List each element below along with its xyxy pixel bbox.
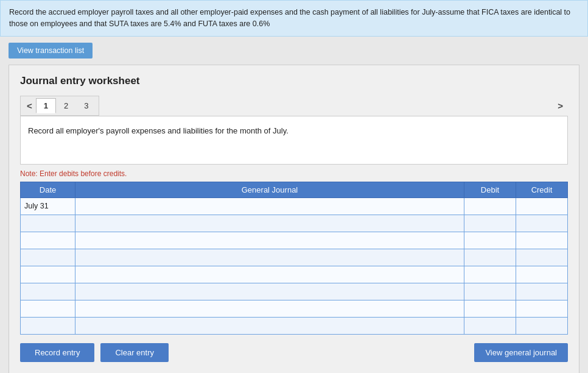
journal-cell[interactable] bbox=[75, 215, 464, 232]
worksheet-container: Journal entry worksheet < 1 2 3 > Record… bbox=[9, 65, 579, 374]
tab-3[interactable]: 3 bbox=[76, 98, 96, 113]
date-cell bbox=[21, 232, 75, 249]
debit-cell[interactable] bbox=[464, 266, 516, 283]
credit-input[interactable] bbox=[516, 198, 567, 215]
journal-input[interactable] bbox=[75, 215, 464, 232]
credit-input[interactable] bbox=[516, 215, 567, 232]
debit-input[interactable] bbox=[464, 266, 516, 283]
tab-2[interactable]: 2 bbox=[56, 98, 76, 113]
view-transaction-button[interactable]: View transaction list bbox=[9, 43, 93, 59]
journal-input[interactable] bbox=[75, 198, 464, 215]
debit-cell[interactable] bbox=[464, 232, 516, 249]
col-header-date: Date bbox=[21, 182, 75, 197]
journal-cell[interactable] bbox=[75, 197, 464, 215]
debit-cell[interactable] bbox=[464, 300, 516, 317]
table-row bbox=[21, 300, 568, 317]
journal-cell[interactable] bbox=[75, 266, 464, 283]
worksheet-title: Journal entry worksheet bbox=[20, 75, 568, 87]
journal-input[interactable] bbox=[75, 283, 464, 300]
instruction-bar: Record the accrued employer payroll taxe… bbox=[0, 0, 588, 37]
date-cell bbox=[21, 300, 75, 317]
table-row bbox=[21, 317, 568, 334]
tab-1[interactable]: 1 bbox=[36, 98, 56, 113]
journal-cell[interactable] bbox=[75, 232, 464, 249]
table-row bbox=[21, 232, 568, 249]
action-buttons: Record entry Clear entry View general jo… bbox=[20, 343, 568, 362]
debit-input[interactable] bbox=[464, 300, 516, 317]
credit-cell[interactable] bbox=[516, 197, 568, 215]
journal-cell[interactable] bbox=[75, 317, 464, 334]
credit-cell[interactable] bbox=[516, 266, 568, 283]
credit-cell[interactable] bbox=[516, 249, 568, 266]
debit-cell[interactable] bbox=[464, 197, 516, 215]
journal-input[interactable] bbox=[75, 249, 464, 266]
journal-cell[interactable] bbox=[75, 249, 464, 266]
debit-input[interactable] bbox=[464, 215, 516, 232]
credit-cell[interactable] bbox=[516, 215, 568, 232]
journal-input[interactable] bbox=[75, 266, 464, 283]
journal-cell[interactable] bbox=[75, 300, 464, 317]
table-row bbox=[21, 283, 568, 300]
date-cell bbox=[21, 283, 75, 300]
debit-input[interactable] bbox=[464, 283, 516, 300]
credit-cell[interactable] bbox=[516, 300, 568, 317]
debit-input[interactable] bbox=[464, 249, 516, 266]
credit-input[interactable] bbox=[516, 283, 567, 300]
debit-input[interactable] bbox=[464, 198, 516, 215]
toolbar: View transaction list bbox=[0, 37, 588, 65]
date-cell bbox=[21, 266, 75, 283]
journal-cell[interactable] bbox=[75, 283, 464, 300]
debit-input[interactable] bbox=[464, 318, 516, 334]
tab-next-arrow[interactable]: > bbox=[553, 99, 568, 112]
debit-cell[interactable] bbox=[464, 317, 516, 334]
col-header-journal: General Journal bbox=[75, 182, 464, 197]
tab-nav: < 1 2 3 bbox=[20, 96, 99, 116]
journal-input[interactable] bbox=[75, 232, 464, 249]
tab-prev-arrow[interactable]: < bbox=[23, 99, 36, 112]
record-entry-button[interactable]: Record entry bbox=[20, 343, 94, 362]
credit-input[interactable] bbox=[516, 266, 567, 283]
journal-instruction-text: Record all employer's payroll expenses a… bbox=[28, 126, 289, 135]
credit-cell[interactable] bbox=[516, 283, 568, 300]
col-header-credit: Credit bbox=[516, 182, 568, 197]
debit-cell[interactable] bbox=[464, 283, 516, 300]
journal-input[interactable] bbox=[75, 300, 464, 317]
table-row bbox=[21, 266, 568, 283]
date-cell bbox=[21, 249, 75, 266]
instruction-text: Record the accrued employer payroll taxe… bbox=[9, 8, 570, 28]
table-row: July 31 bbox=[21, 197, 568, 215]
debit-cell[interactable] bbox=[464, 249, 516, 266]
date-cell bbox=[21, 215, 75, 232]
view-general-journal-button[interactable]: View general journal bbox=[474, 343, 568, 362]
credit-cell[interactable] bbox=[516, 232, 568, 249]
journal-table: Date General Journal Debit Credit July 3… bbox=[20, 182, 568, 335]
credit-input[interactable] bbox=[516, 318, 567, 334]
journal-instruction-box: Record all employer's payroll expenses a… bbox=[20, 116, 568, 165]
debit-input[interactable] bbox=[464, 232, 516, 249]
credit-input[interactable] bbox=[516, 232, 567, 249]
table-row bbox=[21, 249, 568, 266]
clear-entry-button[interactable]: Clear entry bbox=[100, 343, 169, 362]
date-cell: July 31 bbox=[21, 197, 75, 215]
table-row bbox=[21, 215, 568, 232]
col-header-debit: Debit bbox=[464, 182, 516, 197]
credit-input[interactable] bbox=[516, 249, 567, 266]
tab-row: < 1 2 3 > bbox=[20, 96, 568, 116]
note-text: Note: Enter debits before credits. bbox=[20, 169, 568, 178]
credit-cell[interactable] bbox=[516, 317, 568, 334]
date-cell bbox=[21, 317, 75, 334]
journal-input[interactable] bbox=[75, 318, 464, 334]
credit-input[interactable] bbox=[516, 300, 567, 317]
debit-cell[interactable] bbox=[464, 215, 516, 232]
